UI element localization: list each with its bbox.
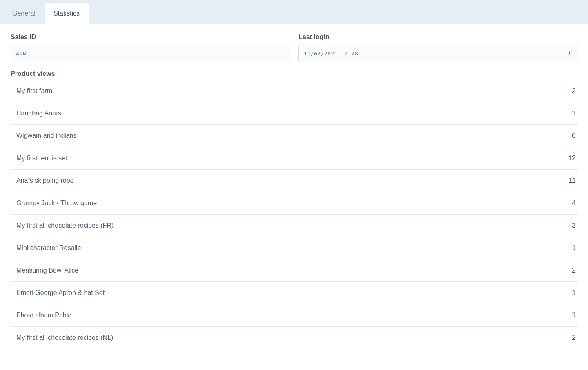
product-count: 11: [568, 177, 576, 184]
list-item[interactable]: Grumpy Jack - Throw game4: [11, 192, 578, 215]
product-count: 6: [568, 132, 576, 140]
list-item[interactable]: Wigwam and indians6: [11, 125, 578, 147]
product-name: Wigwam and indians: [16, 132, 77, 140]
fields-row: Sales ID ANN Last login 11/02/2021 12:28…: [11, 33, 578, 62]
product-name: Handbag Anaïs: [16, 110, 61, 117]
tab-statistics[interactable]: Statistics: [45, 3, 89, 24]
product-name: Anaïs skipping rope: [16, 177, 74, 184]
sales-id-value: ANN: [16, 51, 26, 57]
tabs-container: General Statistics: [0, 0, 588, 24]
content-panel: Sales ID ANN Last login 11/02/2021 12:28…: [0, 24, 588, 359]
product-count: 1: [568, 312, 576, 319]
product-name: Grumpy Jack - Throw game: [16, 199, 97, 207]
list-item[interactable]: Anaïs skipping rope11: [11, 170, 578, 192]
product-count: 1: [568, 244, 576, 252]
list-item[interactable]: Measuring Bowl Alice2: [11, 259, 578, 282]
product-name: Emoti-George Apron & hat Set: [16, 289, 105, 297]
product-name: My first all-chocolate recipes (NL): [16, 334, 113, 341]
list-item[interactable]: My first all-chocolate recipes (FR)3: [11, 215, 578, 237]
product-count: 1: [568, 289, 576, 297]
product-count: 4: [568, 199, 576, 207]
tab-general[interactable]: General: [3, 3, 45, 24]
product-count: 12: [568, 155, 576, 162]
product-views-label: Product views: [11, 70, 578, 78]
sales-id-field: Sales ID ANN: [11, 33, 290, 62]
product-count: 1: [568, 110, 576, 117]
sales-id-input[interactable]: ANN: [11, 45, 290, 62]
last-login-value: 11/02/2021 12:28: [304, 51, 358, 57]
product-name: Measuring Bowl Alice: [16, 267, 78, 274]
list-item[interactable]: Mini character Rosalie1: [11, 237, 578, 259]
last-login-input[interactable]: 11/02/2021 12:28 0: [298, 45, 578, 62]
product-name: My first tennis set: [16, 155, 67, 162]
product-count: 2: [568, 334, 576, 341]
sales-id-label: Sales ID: [11, 33, 290, 41]
list-item[interactable]: My first all-chocolate recipes (NL)2: [11, 327, 578, 349]
product-name: Mini character Rosalie: [16, 244, 81, 252]
product-name: My first farm: [16, 87, 52, 95]
last-login-field: Last login 11/02/2021 12:28 0: [298, 33, 578, 62]
list-item[interactable]: Emoti-George Apron & hat Set1: [11, 282, 578, 304]
last-login-extra: 0: [569, 50, 573, 57]
product-count: 2: [568, 87, 576, 95]
product-views-list: My first farm2Handbag Anaïs1Wigwam and i…: [11, 80, 578, 349]
list-item[interactable]: My first tennis set12: [11, 147, 578, 170]
product-count: 3: [568, 222, 576, 229]
product-name: Photo album Pablo: [16, 312, 71, 319]
list-item[interactable]: Handbag Anaïs1: [11, 102, 578, 125]
list-item[interactable]: My first farm2: [11, 80, 578, 102]
product-count: 2: [568, 267, 576, 274]
last-login-label: Last login: [298, 33, 578, 41]
product-name: My first all-chocolate recipes (FR): [16, 222, 114, 229]
list-item[interactable]: Photo album Pablo1: [11, 304, 578, 327]
